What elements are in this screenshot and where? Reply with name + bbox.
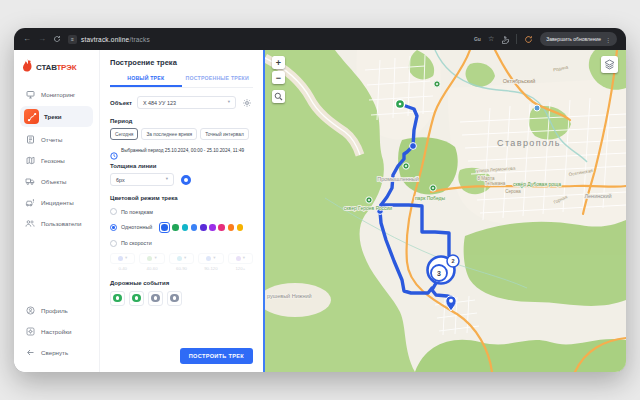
browser-window: ← → ≡ stavtrack.online/tracks Gu ☆ Завер… [14, 28, 626, 372]
thickness-value: 6px [116, 177, 125, 183]
sidebar-item-objects[interactable]: Объекты [20, 172, 93, 190]
route-cluster-marker[interactable]: 3 2 [428, 255, 460, 284]
speed-range-label: 60-90 [169, 266, 194, 271]
road-event-toggle[interactable] [129, 291, 144, 306]
period-chip-today[interactable]: Сегодня [110, 128, 138, 140]
sidebar-item-geozones[interactable]: Геозоны [20, 151, 93, 169]
gear-icon [24, 325, 36, 337]
chevron-down-icon: ▾ [184, 256, 186, 261]
map-zoom-out-button[interactable]: − [272, 71, 285, 84]
radio-by-speed[interactable] [110, 240, 117, 247]
road-event-toggle[interactable] [110, 291, 125, 306]
route-icon [24, 109, 39, 124]
search-icon [274, 92, 283, 101]
finish-update-button[interactable]: Завершить обновление ⋮ [540, 32, 617, 46]
period-chip-recent[interactable]: За последнее время [141, 128, 197, 140]
sidebar-item-tracks[interactable]: Треки [20, 106, 93, 127]
sidebar-item-incidents[interactable]: Инциденты [20, 193, 93, 211]
map-label: Промышленный [377, 176, 419, 182]
reload-icon[interactable] [53, 35, 61, 43]
period-chip-exact[interactable]: Точный интервал [200, 128, 249, 140]
object-settings-gear-icon[interactable] [241, 97, 253, 109]
palette-color[interactable] [228, 224, 235, 231]
object-select[interactable]: Х 484 УУ 123 ▾ [137, 96, 236, 109]
radio-solid-color-label: Однотонный [121, 224, 152, 230]
period-label: Период [110, 118, 253, 124]
speed-range-label: 0-40 [110, 266, 135, 271]
bookmark-star-icon[interactable]: ☆ [488, 35, 494, 43]
vehicle-icon [24, 175, 36, 187]
route-point-marker [410, 143, 417, 150]
address-bar[interactable]: ≡ stavtrack.online/tracks [68, 35, 150, 44]
palette-color[interactable] [182, 224, 189, 231]
map-label: 8 Марта [478, 176, 495, 181]
monitor-icon [24, 88, 36, 100]
collapse-arrow-icon [24, 346, 36, 358]
extensions-puzzle-icon[interactable] [501, 30, 509, 48]
selected-period-text: Выбранный период 25.10.2024, 00:00 - 25.… [121, 148, 244, 153]
map-search-button[interactable] [272, 90, 285, 103]
palette-color[interactable] [237, 224, 244, 231]
sidebar-item-label: Мониторинг [41, 91, 75, 98]
sidebar: СТАВТРЭК Мониторинг Треки Отчеты Геозоны… [14, 50, 100, 372]
speed-range-label: 40-60 [139, 266, 164, 271]
map-label: Октябрьский [503, 78, 536, 84]
thickness-select[interactable]: 6px ▾ [110, 173, 174, 186]
thickness-label: Толщина линии [110, 163, 253, 169]
radio-by-trips-label: По поездкам [121, 209, 153, 215]
palette-color[interactable] [191, 224, 198, 231]
logo-flame-icon [22, 58, 33, 76]
event-status-icon [132, 294, 141, 303]
line-color-preview[interactable] [181, 175, 191, 185]
cluster-count-big: 3 [437, 270, 441, 277]
build-track-button[interactable]: ПОСТРОИТЬ ТРЕК [180, 348, 253, 364]
tab-built-tracks[interactable]: ПОСТРОЕННЫЕ ТРЕКИ [182, 73, 254, 87]
speed-range-colors: ▾ 0-40 ▾ 40-60 ▾ 60-90 ▾ 90-120 ▾ 120+ [110, 253, 253, 271]
sidebar-item-label: Свернуть [41, 349, 68, 356]
palette-color[interactable] [218, 224, 225, 231]
palette-color-selected[interactable] [159, 222, 170, 233]
map-label: парк Победы [415, 195, 446, 201]
map-label: сквер Дубовая роща [513, 181, 561, 187]
sidebar-item-reports[interactable]: Отчеты [20, 130, 93, 148]
report-icon [24, 133, 36, 145]
chevron-down-icon: ▾ [125, 256, 127, 261]
radio-by-trips[interactable] [110, 208, 117, 215]
logo[interactable]: СТАВТРЭК [20, 57, 93, 85]
road-event-toggle[interactable] [167, 291, 182, 306]
update-refresh-icon[interactable] [524, 30, 533, 48]
tab-new-track[interactable]: НОВЫЙ ТРЕК [110, 73, 182, 87]
map-layers-button[interactable] [601, 56, 618, 73]
map-label: сквер Героев России [344, 205, 392, 211]
url-host: stavtrack.online [81, 36, 129, 43]
forward-icon[interactable]: → [38, 35, 46, 43]
logo-text-suffix: ТРЭК [56, 63, 76, 72]
chevron-down-icon: ▾ [228, 100, 230, 105]
color-mode-label: Цветовой режим трека [110, 195, 253, 201]
back-icon[interactable]: ← [23, 35, 31, 43]
water-poi-icon [534, 105, 540, 111]
speed-color-select: ▾ [139, 253, 164, 264]
sidebar-item-label: Геозоны [41, 157, 65, 164]
palette-color[interactable] [209, 224, 216, 231]
finish-update-label: Завершить обновление [546, 36, 601, 42]
profile-icon [24, 304, 36, 316]
radio-solid-color[interactable] [110, 224, 117, 231]
palette-color[interactable] [172, 224, 179, 231]
site-info-icon[interactable]: ≡ [68, 35, 77, 44]
sidebar-item-profile[interactable]: Профиль [20, 301, 93, 319]
map-label: Ленинский [584, 193, 611, 199]
palette-color[interactable] [200, 224, 207, 231]
map-zoom-in-button[interactable]: + [272, 56, 285, 69]
radio-by-speed-label: По скорости [121, 240, 152, 246]
kebab-menu-icon[interactable]: ⋮ [605, 36, 611, 43]
sidebar-item-collapse[interactable]: Свернуть [20, 343, 93, 361]
sidebar-item-settings[interactable]: Настройки [20, 322, 93, 340]
map-canvas[interactable]: 3 2 Ставрополь Октябрьский Ленинский Про… [263, 50, 626, 372]
map-icon [24, 154, 36, 166]
sidebar-item-users[interactable]: Пользователи [20, 214, 93, 232]
color-palette [159, 222, 243, 233]
road-event-toggle[interactable] [148, 291, 163, 306]
sidebar-item-monitoring[interactable]: Мониторинг [20, 85, 93, 103]
translate-extension-icon[interactable]: Gu [474, 36, 481, 42]
